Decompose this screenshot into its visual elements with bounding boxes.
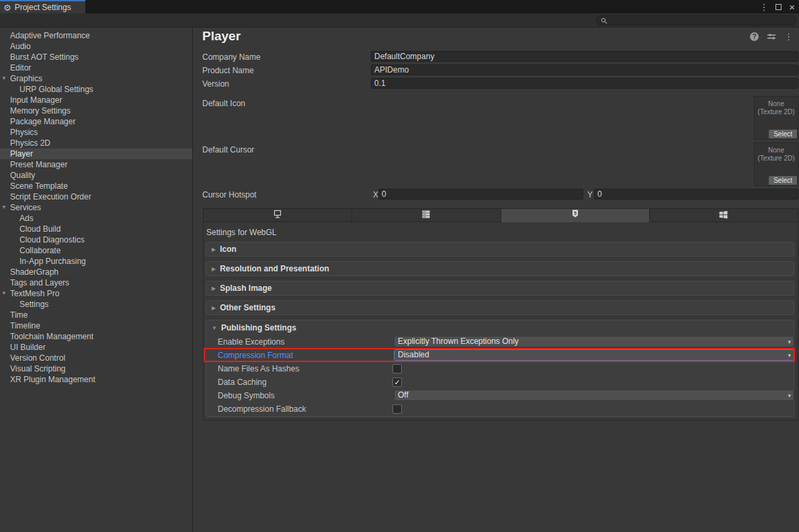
select-button[interactable]: Select — [769, 176, 797, 185]
tab-standalone[interactable] — [203, 208, 352, 222]
publishing-settings-header[interactable]: ▼ Publishing Settings — [206, 323, 296, 332]
sidebar-item-time[interactable]: Time — [0, 310, 192, 320]
foldout-closed-icon: ▶ — [212, 247, 216, 253]
section-resolution-and-presentation[interactable]: ▶Resolution and Presentation — [206, 261, 794, 276]
sidebar-item-ui-builder[interactable]: UI Builder — [0, 342, 192, 353]
sidebar-item-player[interactable]: Player — [0, 148, 192, 159]
sidebar-item-textmesh-pro[interactable]: ▼TextMesh Pro — [0, 288, 192, 299]
server-icon — [421, 210, 431, 221]
sidebar-item-label: Input Manager — [10, 95, 62, 105]
default-icon-texture-box[interactable]: None (Texture 2D) Select — [754, 96, 798, 140]
help-icon[interactable]: ? — [750, 32, 759, 41]
sidebar-item-quality[interactable]: Quality — [0, 170, 192, 181]
section-splash-image[interactable]: ▶Splash Image — [206, 281, 794, 296]
title-bar: ⚙ Project Settings ⋮ × — [0, 0, 799, 13]
sidebar-item-label: Settings — [19, 300, 48, 309]
gear-icon: ⚙ — [3, 3, 11, 12]
sidebar-item-settings[interactable]: Settings — [0, 299, 192, 310]
sidebar-item-collaborate[interactable]: Collaborate — [0, 245, 192, 256]
decompression-fallback-label: Decompression Fallback — [218, 404, 306, 414]
sidebar-item-preset-manager[interactable]: Preset Manager — [0, 159, 192, 170]
publishing-settings-section: ▼ Publishing Settings Enable ExceptionsE… — [206, 320, 794, 417]
name-files-as-hashes-label: Name Files As Hashes — [218, 364, 299, 373]
maximize-icon[interactable] — [775, 4, 782, 10]
preset-icon[interactable] — [767, 32, 776, 41]
tab-windows[interactable] — [650, 208, 798, 222]
chevron-down-icon: ▾ — [788, 337, 791, 347]
kebab-menu-icon[interactable]: ⋮ — [784, 32, 793, 41]
sidebar-item-xr-plugin-management[interactable]: XR Plugin Management — [0, 374, 192, 385]
player-settings-pane: Player ? ⋮ Company NameDefaultCompanyPro… — [194, 28, 799, 532]
sidebar-item-memory-settings[interactable]: Memory Settings — [0, 105, 192, 116]
sidebar-item-label: Visual Scripting — [10, 364, 66, 373]
sidebar-item-ads[interactable]: Ads — [0, 213, 192, 224]
sidebar-item-timeline[interactable]: Timeline — [0, 320, 192, 331]
tab-webgl[interactable]: 5 — [501, 208, 650, 222]
sidebar-item-version-control[interactable]: Version Control — [0, 353, 192, 363]
sidebar-item-in-app-purchasing[interactable]: In-App Purchasing — [0, 256, 192, 267]
sidebar-item-label: Audio — [10, 42, 31, 51]
sidebar-item-script-execution-order[interactable]: Script Execution Order — [0, 191, 192, 202]
sidebar-item-label: Services — [10, 203, 41, 212]
select-button[interactable]: Select — [769, 130, 797, 138]
sidebar-item-cloud-build[interactable]: Cloud Build — [0, 224, 192, 234]
sidebar-item-urp-global-settings[interactable]: URP Global Settings — [0, 84, 192, 95]
search-input[interactable] — [596, 15, 796, 26]
default-cursor-texture-box[interactable]: None (Texture 2D) Select — [754, 142, 798, 186]
sidebar-item-toolchain-management[interactable]: Toolchain Management — [0, 331, 192, 342]
sidebar-item-cloud-diagnostics[interactable]: Cloud Diagnostics — [0, 234, 192, 245]
page-title: Player — [202, 29, 241, 44]
hotspot-y-label: Y — [587, 190, 593, 200]
windows-icon — [718, 210, 728, 221]
search-icon — [601, 17, 607, 24]
data-caching-checkbox[interactable]: ✓ — [392, 378, 402, 387]
texture-type-label: (Texture 2D) — [755, 108, 798, 116]
project-settings-tab[interactable]: ⚙ Project Settings — [0, 0, 85, 13]
sidebar-item-physics[interactable]: Physics — [0, 127, 192, 138]
decompression-fallback-checkbox[interactable] — [392, 404, 402, 414]
close-icon[interactable]: × — [789, 2, 795, 12]
compression-format-dropdown[interactable]: Disabled▾ — [394, 349, 794, 361]
hotspot-x-input[interactable]: 0 — [378, 189, 583, 200]
sidebar-item-input-manager[interactable]: Input Manager — [0, 95, 192, 105]
foldout-open-icon: ▼ — [212, 325, 217, 331]
section-icon[interactable]: ▶Icon — [206, 242, 794, 257]
texture-none-label: None — [755, 100, 798, 108]
sidebar-item-adaptive-performance[interactable]: Adaptive Performance — [0, 30, 192, 41]
sidebar-item-audio[interactable]: Audio — [0, 41, 192, 52]
sidebar-item-physics-2d[interactable]: Physics 2D — [0, 138, 192, 148]
sidebar-item-label: Preset Manager — [10, 160, 67, 169]
settings-category-list: Adaptive PerformanceAudioBurst AOT Setti… — [0, 28, 193, 532]
sidebar-item-visual-scripting[interactable]: Visual Scripting — [0, 363, 192, 374]
sidebar-item-graphics[interactable]: ▼Graphics — [0, 73, 192, 84]
version-input[interactable]: 0.1 — [371, 78, 798, 89]
version-label: Version — [202, 79, 229, 89]
sidebar-item-label: Toolchain Management — [10, 332, 93, 341]
header-icons: ? ⋮ — [750, 32, 793, 41]
name-files-as-hashes-checkbox[interactable] — [392, 364, 402, 373]
sidebar-item-label: Package Manager — [10, 117, 75, 126]
sidebar-item-label: Adaptive Performance — [10, 31, 90, 40]
sidebar-item-shadergraph[interactable]: ShaderGraph — [0, 267, 192, 277]
sidebar-item-tags-and-layers[interactable]: Tags and Layers — [0, 277, 192, 288]
section-other-settings[interactable]: ▶Other Settings — [206, 300, 794, 315]
sidebar-item-label: Cloud Build — [19, 224, 60, 234]
tab-dedicated-server[interactable] — [352, 208, 501, 222]
webgl-icon: 5 — [570, 210, 581, 221]
kebab-menu-icon[interactable]: ⋮ — [759, 3, 768, 11]
sidebar-item-services[interactable]: ▼Services — [0, 202, 192, 213]
sidebar-item-label: Version Control — [10, 353, 65, 363]
foldout-open-icon: ▼ — [1, 73, 7, 84]
section-label: Other Settings — [220, 303, 276, 312]
sidebar-item-package-manager[interactable]: Package Manager — [0, 116, 192, 127]
sidebar-item-burst-aot-settings[interactable]: Burst AOT Settings — [0, 52, 192, 62]
product-name-input[interactable]: APIDemo — [371, 64, 798, 75]
window-controls: ⋮ × — [759, 0, 795, 13]
debug-symbols-dropdown[interactable]: Off▾ — [394, 390, 794, 401]
company-name-input[interactable]: DefaultCompany — [371, 51, 798, 62]
hotspot-y-input[interactable]: 0 — [594, 189, 798, 200]
sidebar-item-label: Scene Template — [10, 181, 68, 191]
enable-exceptions-dropdown[interactable]: Explicitly Thrown Exceptions Only▾ — [394, 336, 794, 347]
sidebar-item-scene-template[interactable]: Scene Template — [0, 181, 192, 191]
sidebar-item-editor[interactable]: Editor — [0, 62, 192, 73]
